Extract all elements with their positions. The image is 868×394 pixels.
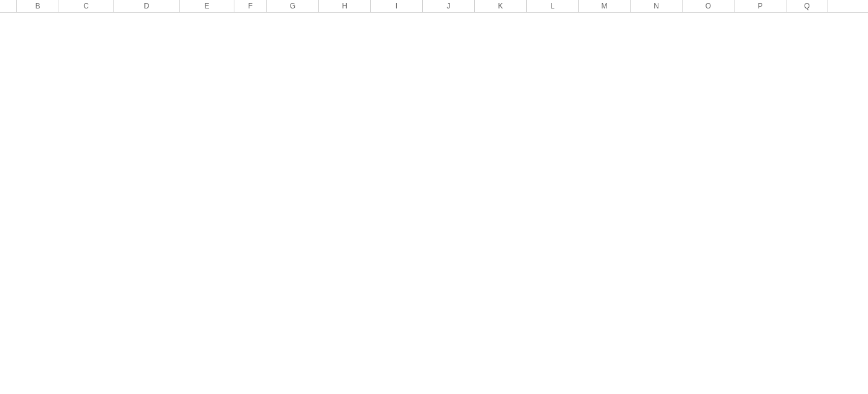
column-header-N[interactable]: N bbox=[631, 0, 683, 12]
column-header-P[interactable]: P bbox=[735, 0, 786, 12]
column-header-E[interactable]: E bbox=[180, 0, 234, 12]
column-header-ruler: BCDEFGHIJKLMNOPQ bbox=[0, 0, 868, 13]
column-header-O[interactable]: O bbox=[683, 0, 735, 12]
column-header-J[interactable]: J bbox=[423, 0, 475, 12]
column-header-I[interactable]: I bbox=[371, 0, 423, 12]
row-header-corner[interactable] bbox=[0, 0, 17, 12]
column-header-F[interactable]: F bbox=[234, 0, 267, 12]
column-header-L[interactable]: L bbox=[527, 0, 579, 12]
column-header-C[interactable]: C bbox=[59, 0, 114, 12]
column-header-B[interactable]: B bbox=[17, 0, 59, 12]
column-header-K[interactable]: K bbox=[475, 0, 527, 12]
column-header-Q[interactable]: Q bbox=[786, 0, 828, 12]
column-header-H[interactable]: H bbox=[319, 0, 371, 12]
column-header-G[interactable]: G bbox=[267, 0, 319, 12]
column-header-M[interactable]: M bbox=[579, 0, 631, 12]
column-header-D[interactable]: D bbox=[114, 0, 180, 12]
